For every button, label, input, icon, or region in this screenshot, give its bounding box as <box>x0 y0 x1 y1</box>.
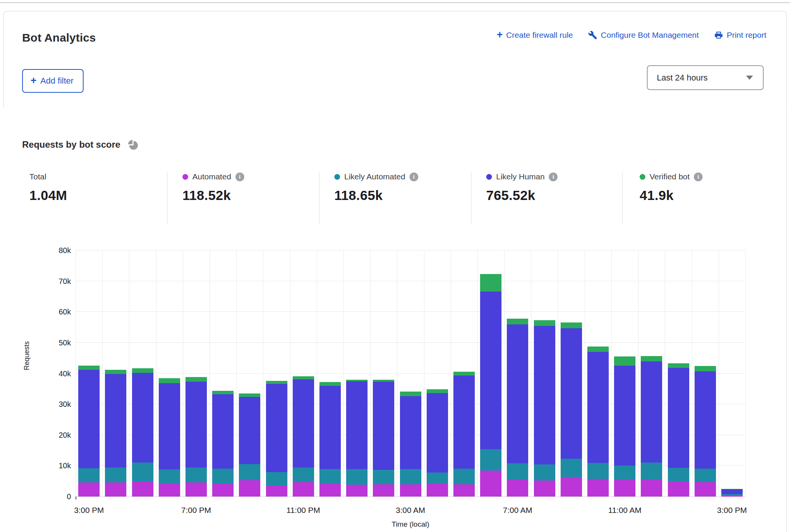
verified-bot-dot <box>640 174 645 180</box>
bar-1000pm[interactable] <box>266 381 287 497</box>
stat-likely-human-value: 765.52k <box>486 188 558 203</box>
bar-segment-likely-automated <box>185 468 207 482</box>
bar-segment-likely-human <box>159 383 180 469</box>
configure-bot-management-link[interactable]: Configure Bot Management <box>588 31 699 40</box>
bar-segment-verified-bot <box>721 489 743 489</box>
create-firewall-rule-link[interactable]: + Create firewall rule <box>497 31 573 40</box>
bar-500am[interactable] <box>453 372 475 497</box>
bar-400am[interactable] <box>427 389 448 497</box>
chevron-down-icon <box>746 76 753 80</box>
time-range-select[interactable]: Last 24 hours <box>647 65 764 90</box>
bar-1100pm[interactable] <box>293 376 314 497</box>
stat-automated-label: Automated <box>192 172 231 181</box>
info-icon[interactable]: i <box>694 172 703 181</box>
y-tick-label: 30k <box>48 400 71 409</box>
info-icon[interactable]: i <box>410 172 418 181</box>
bar-segment-likely-human <box>561 328 582 459</box>
bar-segment-automated <box>507 480 528 497</box>
bar-segment-likely-automated <box>319 469 341 483</box>
bar-1200pm[interactable] <box>641 356 662 497</box>
gridline-v <box>236 250 237 497</box>
bar-segment-verified-bot <box>400 392 421 396</box>
bar-segment-verified-bot <box>427 389 448 393</box>
header-actions: + Create firewall rule Configure Bot Man… <box>497 31 766 40</box>
pie-chart-icon[interactable] <box>126 138 139 151</box>
x-tick-label: 3:00 AM <box>396 506 425 515</box>
bar-900pm[interactable] <box>239 393 260 497</box>
stat-total-label: Total <box>29 172 46 181</box>
gridline-v <box>102 250 103 497</box>
bar-1000am[interactable] <box>587 347 609 497</box>
bar-100pm[interactable] <box>668 363 689 497</box>
stats-row: Total 1.04M Automated i 118.52k Likely A… <box>0 171 790 224</box>
bar-segment-verified-bot <box>373 380 394 382</box>
bar-segment-likely-human <box>507 324 528 463</box>
bar-700pm[interactable] <box>185 377 207 497</box>
gridline-v <box>370 250 371 497</box>
bar-segment-likely-automated <box>400 469 421 484</box>
add-filter-button[interactable]: + Add filter <box>22 69 84 93</box>
bar-500pm[interactable] <box>132 368 153 497</box>
bar-segment-likely-automated <box>78 468 100 482</box>
x-axis-title: Time (local) <box>392 520 429 529</box>
bar-segment-likely-automated <box>641 463 662 480</box>
bar-segment-likely-automated <box>239 464 260 480</box>
bar-600pm[interactable] <box>159 378 180 497</box>
bar-segment-likely-human <box>212 394 234 469</box>
bar-segment-verified-bot <box>159 378 180 383</box>
gridline-v <box>692 250 692 497</box>
info-icon[interactable]: i <box>235 172 244 181</box>
bar-100am[interactable] <box>346 380 368 497</box>
bar-800pm[interactable] <box>212 391 234 497</box>
bar-300pm[interactable] <box>721 489 743 497</box>
gridline-v <box>129 250 129 497</box>
bar-segment-verified-bot <box>480 274 501 292</box>
bar-700am[interactable] <box>507 319 528 497</box>
gridline-v <box>585 250 585 497</box>
bar-600am[interactable] <box>480 274 501 497</box>
bar-1200am[interactable] <box>319 382 341 497</box>
bar-segment-automated <box>721 495 743 497</box>
bar-segment-likely-human <box>427 393 448 472</box>
bar-200pm[interactable] <box>695 366 716 497</box>
x-tick-label: 3:00 PM <box>74 506 104 515</box>
bar-segment-automated <box>373 484 394 497</box>
add-filter-label: Add filter <box>40 76 74 86</box>
bar-segment-automated <box>132 481 153 497</box>
bar-segment-automated <box>695 482 716 497</box>
gridline-v <box>156 250 156 497</box>
bar-300am[interactable] <box>400 392 421 497</box>
bar-segment-verified-bot <box>212 391 234 394</box>
gridline-h <box>76 311 745 312</box>
bar-segment-verified-bot <box>185 377 207 382</box>
page-title: Bot Analytics <box>22 31 96 44</box>
gridline-v <box>317 250 317 497</box>
card-header-border <box>3 11 787 108</box>
bar-200am[interactable] <box>373 380 394 497</box>
gridline-v <box>451 250 451 497</box>
bar-800am[interactable] <box>534 320 555 497</box>
bar-300pm[interactable] <box>78 366 100 497</box>
y-tick-label: 70k <box>48 277 71 285</box>
gridline-v <box>183 250 183 497</box>
bar-segment-likely-automated <box>427 472 448 483</box>
y-tick-label: 0 <box>48 492 71 501</box>
bar-segment-automated <box>641 480 662 497</box>
section-title: Requests by bot score <box>22 139 120 150</box>
bar-segment-likely-human <box>641 361 662 463</box>
bar-900am[interactable] <box>561 322 582 497</box>
bar-400pm[interactable] <box>105 370 126 497</box>
bar-segment-automated <box>159 483 180 497</box>
gridline-v <box>210 250 210 497</box>
info-icon[interactable]: i <box>549 172 558 181</box>
bar-segment-likely-human <box>239 397 260 464</box>
time-range-value: Last 24 hours <box>657 73 708 83</box>
likely-automated-dot <box>334 174 340 180</box>
stat-verified-bot-value: 41.9k <box>640 188 703 203</box>
bar-segment-verified-bot <box>453 372 475 376</box>
bar-segment-likely-automated <box>614 466 635 480</box>
x-tick-label: 7:00 AM <box>503 506 532 515</box>
print-report-link[interactable]: Print report <box>714 31 766 40</box>
bar-segment-verified-bot <box>346 380 368 381</box>
bar-1100am[interactable] <box>614 356 635 497</box>
